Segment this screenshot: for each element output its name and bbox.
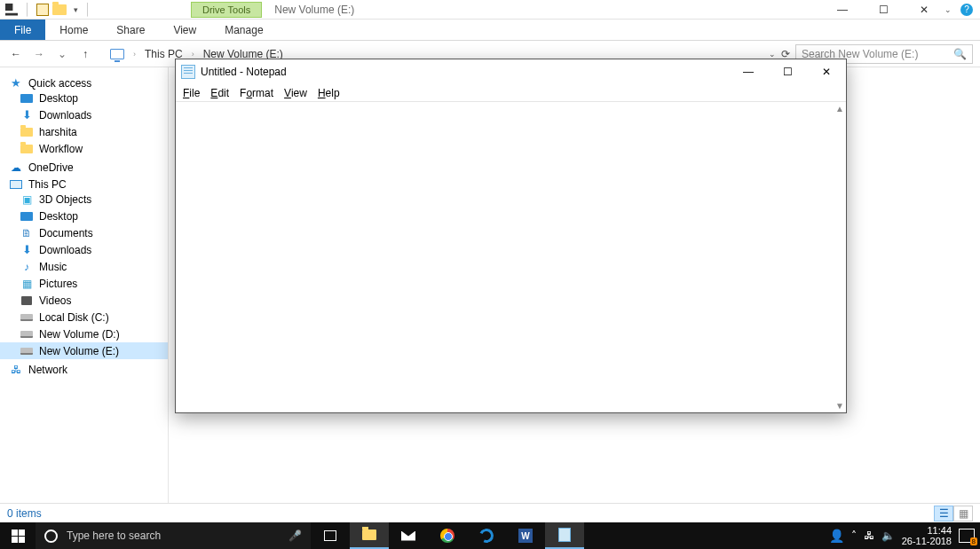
qat-properties-icon[interactable] — [5, 4, 18, 16]
forward-button[interactable]: → — [30, 48, 48, 60]
notepad-menu-view[interactable]: View — [284, 87, 307, 99]
onedrive-icon: ☁ — [9, 161, 23, 174]
windows-logo-icon — [12, 529, 25, 543]
documents-icon: 🗎 — [20, 227, 34, 239]
download-icon: ⬇ — [20, 109, 34, 122]
tray-network-icon[interactable]: 🖧 — [864, 529, 874, 542]
notepad-menu-help[interactable]: Help — [318, 87, 340, 99]
nav-documents[interactable]: 🗎Documents — [0, 224, 168, 241]
qat-separator — [27, 3, 28, 17]
taskbar-file-explorer[interactable] — [350, 522, 389, 549]
notepad-text-area[interactable]: ▲ ▼ — [176, 102, 846, 412]
crumb-sep-0[interactable]: › — [133, 50, 136, 59]
drive-icon — [20, 314, 33, 321]
nav-pictures[interactable]: ▦Pictures — [0, 275, 168, 292]
back-button[interactable]: ← — [7, 48, 25, 60]
nav-desktop2[interactable]: Desktop — [0, 208, 168, 224]
qat-newfolder-icon[interactable] — [52, 4, 67, 15]
help-icon[interactable]: ? — [960, 4, 973, 16]
download-icon: ⬇ — [20, 244, 34, 256]
tab-view[interactable]: View — [159, 20, 210, 40]
nav-downloads[interactable]: ⬇Downloads — [0, 106, 168, 123]
qat-new-icon[interactable] — [36, 4, 49, 16]
desktop-icon — [20, 94, 33, 103]
nav-3d-objects[interactable]: ▣3D Objects — [0, 191, 168, 208]
nav-workflow[interactable]: Workflow — [0, 140, 168, 157]
nav-new-volume-e[interactable]: New Volume (E:) — [0, 342, 168, 359]
view-details-button[interactable]: ☰ — [934, 506, 953, 522]
search-icon[interactable]: 🔍 — [953, 48, 967, 60]
taskview-button[interactable] — [311, 522, 350, 549]
recent-locations-icon[interactable]: ⌄ — [53, 48, 71, 60]
nav-onedrive[interactable]: ☁OneDrive — [0, 157, 168, 174]
minimize-button[interactable]: — — [822, 0, 863, 20]
notepad-close-button[interactable]: ✕ — [807, 59, 846, 84]
address-dropdown-icon[interactable]: ⌄ — [769, 50, 776, 59]
window-title: New Volume (E:) — [274, 4, 354, 16]
notepad-menu-format[interactable]: Format — [240, 87, 273, 99]
ribbon-collapse-icon[interactable]: ⌄ — [944, 5, 952, 14]
word-icon: W — [518, 529, 533, 543]
nav-quick-access[interactable]: ★Quick access — [0, 73, 168, 90]
taskview-icon — [324, 530, 336, 541]
star-icon: ★ — [9, 77, 23, 90]
nav-new-volume-d[interactable]: New Volume (D:) — [0, 325, 168, 342]
tab-manage[interactable]: Manage — [210, 20, 277, 40]
maximize-button[interactable]: ☐ — [863, 0, 904, 20]
address-root-icon[interactable] — [110, 49, 124, 59]
taskbar-edge[interactable] — [467, 522, 506, 549]
taskbar-word[interactable]: W — [506, 522, 545, 549]
tray-clock[interactable]: 11:44 26-11-2018 — [902, 525, 952, 546]
nav-this-pc[interactable]: This PC — [0, 174, 168, 191]
folder-icon — [20, 128, 33, 137]
nav-videos[interactable]: Videos — [0, 292, 168, 309]
view-large-icons-button[interactable]: ▦ — [953, 506, 973, 522]
explorer-titlebar: ▾ Drive Tools New Volume (E:) — ☐ ✕ ⌄ ? — [0, 0, 980, 20]
nav-downloads2[interactable]: ⬇Downloads — [0, 241, 168, 258]
action-center-button[interactable]: 8 — [959, 529, 975, 543]
taskbar-notepad[interactable] — [545, 522, 584, 549]
qat-customize-icon[interactable]: ▾ — [74, 5, 78, 14]
notepad-window: Untitled - Notepad — ☐ ✕ File Edit Forma… — [175, 59, 847, 413]
taskbar-search-placeholder: Type here to search — [67, 529, 161, 542]
notepad-maximize-button[interactable]: ☐ — [768, 59, 807, 84]
nav-desktop[interactable]: Desktop — [0, 90, 168, 106]
chrome-icon — [440, 529, 454, 543]
start-button[interactable] — [0, 529, 36, 543]
ribbon-context-tab[interactable]: Drive Tools — [191, 2, 262, 18]
nav-local-disk-c[interactable]: Local Disk (C:) — [0, 309, 168, 325]
pc-icon — [10, 180, 22, 189]
nav-harshita[interactable]: harshita — [0, 123, 168, 140]
close-button[interactable]: ✕ — [904, 0, 944, 20]
nav-music[interactable]: ♪Music — [0, 258, 168, 275]
notification-count: 8 — [970, 537, 977, 545]
tab-share[interactable]: Share — [102, 20, 159, 40]
taskbar-chrome[interactable] — [428, 522, 467, 549]
tab-home[interactable]: Home — [45, 20, 102, 40]
drive-icon — [20, 348, 33, 355]
notepad-menubar: File Edit Format View Help — [176, 84, 846, 102]
notepad-titlebar[interactable]: Untitled - Notepad — ☐ ✕ — [176, 59, 846, 84]
scroll-up-icon[interactable]: ▲ — [835, 104, 844, 114]
explorer-statusbar: 0 items ☰ ▦ — [0, 503, 980, 522]
up-button[interactable]: ↑ — [76, 48, 94, 60]
quick-access-toolbar: ▾ — [0, 3, 93, 17]
tray-overflow-icon[interactable]: ˄ — [851, 529, 857, 542]
tab-file[interactable]: File — [0, 20, 45, 40]
network-icon: 🖧 — [9, 364, 23, 376]
mic-icon[interactable]: 🎤 — [288, 529, 302, 542]
people-icon[interactable]: 👤 — [829, 529, 844, 543]
notepad-menu-file[interactable]: File — [183, 87, 200, 99]
crumb-sep-1[interactable]: › — [192, 50, 194, 59]
notepad-menu-edit[interactable]: Edit — [210, 87, 229, 99]
notepad-minimize-button[interactable]: — — [729, 59, 768, 84]
notepad-app-icon — [181, 65, 195, 79]
tray-volume-icon[interactable]: 🔈 — [881, 529, 895, 542]
notepad-window-controls: — ☐ ✕ — [729, 59, 846, 84]
nav-network[interactable]: 🖧Network — [0, 359, 168, 376]
tray-date: 26-11-2018 — [902, 536, 952, 546]
scroll-down-icon[interactable]: ▼ — [835, 401, 844, 411]
taskbar-mail[interactable] — [389, 522, 428, 549]
taskbar-search[interactable]: Type here to search 🎤 — [36, 522, 311, 549]
window-controls: — ☐ ✕ — [822, 0, 944, 20]
